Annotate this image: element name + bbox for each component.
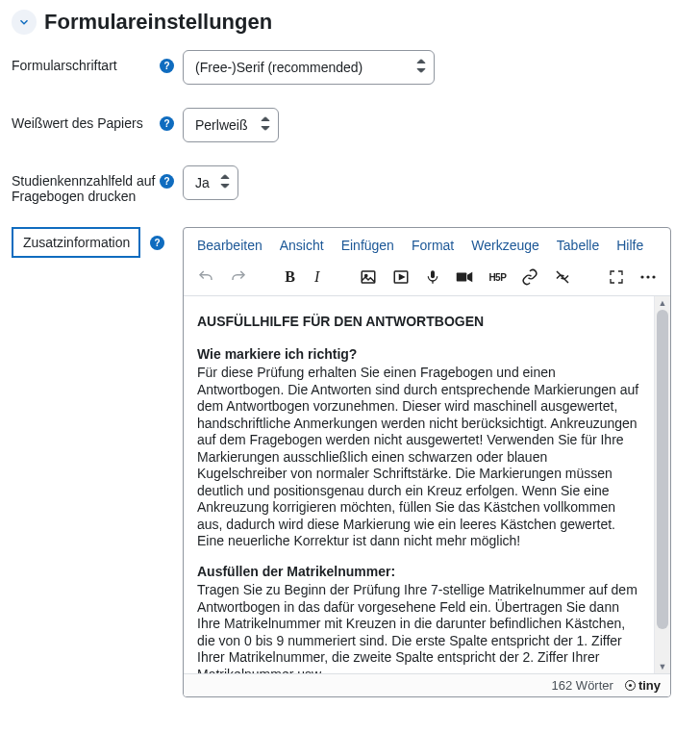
editor-content[interactable]: AUSFÜLLHILFE FÜR DEN ANTWORTBOGEN Wie ma… (184, 296, 654, 673)
select-value: (Free-)Serif (recommended) (195, 60, 362, 75)
svg-marker-13 (467, 272, 472, 283)
menu-help[interactable]: Hilfe (616, 238, 643, 253)
collapse-toggle[interactable] (12, 10, 37, 35)
microphone-icon[interactable] (425, 268, 440, 286)
label-text: Studienkennzahlfeld auf Fragebogen druck… (12, 173, 183, 204)
editor-scrollbar[interactable]: ▲ ▼ (654, 296, 670, 673)
extra-label-highlight: Zusatzinformation (12, 227, 140, 258)
scroll-down-icon[interactable]: ▼ (655, 660, 670, 673)
menu-tools[interactable]: Werkzeuge (471, 238, 539, 253)
svg-point-15 (640, 275, 643, 278)
editor-toolbar: B I H5P (184, 263, 670, 296)
field-row-whitepoint: Weißwert des Papiers ? Perlweiß (12, 108, 688, 142)
label-text: Weißwert des Papiers (12, 115, 143, 131)
field-row-font: Formularschriftart ? (Free-)Serif (recom… (12, 50, 688, 85)
tiny-logo-text: tiny (638, 678, 661, 693)
svg-rect-12 (457, 273, 467, 282)
svg-point-17 (652, 275, 655, 278)
svg-marker-3 (262, 127, 269, 131)
select-value: Ja (195, 175, 210, 190)
field-label: Formularschriftart ? (12, 50, 183, 77)
label-text: Zusatzinformation (23, 235, 130, 250)
unlink-icon[interactable] (554, 268, 571, 286)
image-icon[interactable] (360, 268, 377, 286)
chevron-updown-icon (220, 175, 230, 191)
menu-view[interactable]: Ansicht (280, 238, 324, 253)
svg-marker-9 (400, 275, 405, 280)
svg-marker-0 (417, 60, 425, 63)
menu-table[interactable]: Tabelle (557, 238, 599, 253)
select-value: Perlweiß (195, 117, 247, 133)
word-count: 162 Wörter (552, 678, 613, 693)
svg-marker-4 (221, 175, 229, 179)
fullscreen-icon[interactable] (609, 268, 624, 286)
help-icon[interactable]: ? (150, 236, 164, 250)
video-icon[interactable] (456, 268, 473, 286)
svg-marker-1 (417, 69, 425, 73)
chevron-down-icon (17, 15, 31, 29)
chevron-updown-icon (416, 60, 426, 76)
tiny-logo: tiny (625, 678, 661, 693)
editor-body-wrap: AUSFÜLLHILFE FÜR DEN ANTWORTBOGEN Wie ma… (184, 296, 670, 673)
italic-icon[interactable]: I (312, 268, 323, 286)
more-icon[interactable] (639, 268, 657, 286)
content-subheading: Ausfüllen der Matrikelnummer: (197, 564, 640, 581)
rich-text-editor: Bearbeiten Ansicht Einfügen Format Werkz… (183, 227, 671, 697)
label-text: Formularschriftart (12, 58, 117, 73)
editor-menubar: Bearbeiten Ansicht Einfügen Format Werkz… (184, 228, 670, 263)
editor-statusbar: 162 Wörter tiny (184, 673, 670, 696)
bold-icon[interactable]: B (285, 268, 296, 286)
media-icon[interactable] (392, 268, 410, 286)
undo-icon[interactable] (197, 268, 214, 286)
chevron-updown-icon (261, 117, 270, 134)
menu-edit[interactable]: Bearbeiten (197, 238, 262, 253)
svg-marker-2 (262, 117, 269, 121)
studycode-select[interactable]: Ja (183, 165, 238, 200)
field-label: Studienkennzahlfeld auf Fragebogen druck… (12, 165, 183, 204)
menu-format[interactable]: Format (412, 238, 454, 253)
scroll-thumb[interactable] (657, 310, 668, 629)
svg-marker-5 (221, 185, 229, 189)
content-subheading: Wie markiere ich richtig? (197, 346, 640, 364)
whitepoint-select[interactable]: Perlweiß (183, 108, 279, 142)
link-icon[interactable] (521, 268, 538, 286)
field-label: Weißwert des Papiers ? (12, 108, 183, 135)
content-paragraph: Für diese Prüfung erhalten Sie einen Fra… (197, 365, 640, 550)
help-icon[interactable]: ? (160, 59, 174, 73)
h5p-icon[interactable]: H5P (488, 268, 506, 286)
svg-point-16 (646, 275, 649, 278)
section-title: Formulareinstellungen (44, 10, 272, 35)
help-icon[interactable]: ? (160, 116, 174, 131)
content-heading: AUSFÜLLHILFE FÜR DEN ANTWORTBOGEN (197, 314, 640, 331)
font-select[interactable]: (Free-)Serif (recommended) (183, 50, 435, 85)
scroll-up-icon[interactable]: ▲ (655, 296, 670, 310)
tiny-logo-icon (625, 680, 636, 691)
field-row-extra: Zusatzinformation ? Bearbeiten Ansicht E… (12, 227, 688, 697)
redo-icon[interactable] (230, 268, 247, 286)
svg-rect-10 (431, 270, 435, 278)
field-label: Zusatzinformation ? (12, 227, 183, 697)
section-header: Formulareinstellungen (12, 10, 688, 35)
content-paragraph: Tragen Sie zu Beginn der Prüfung Ihre 7-… (197, 582, 640, 673)
menu-insert[interactable]: Einfügen (341, 238, 394, 253)
field-row-studycode: Studienkennzahlfeld auf Fragebogen druck… (12, 165, 688, 204)
help-icon[interactable]: ? (160, 174, 174, 189)
